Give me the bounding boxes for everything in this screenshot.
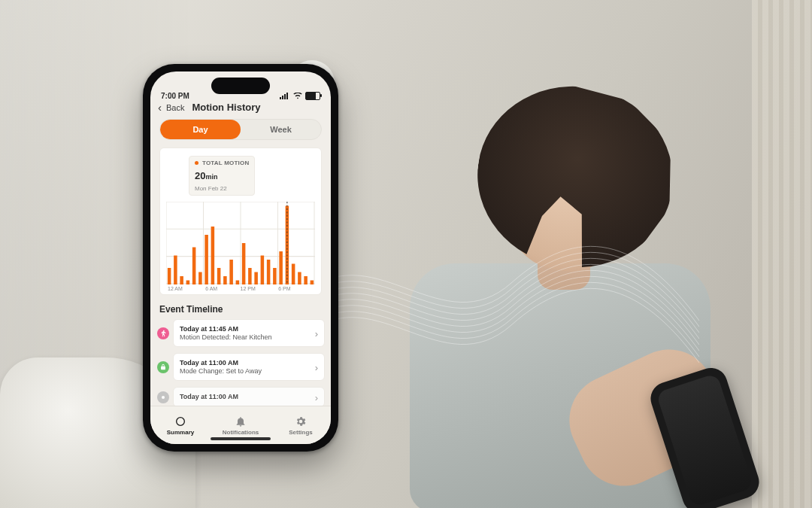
svg-rect-13 <box>192 248 196 285</box>
chevron-right-icon: › <box>315 361 318 373</box>
svg-rect-30 <box>298 272 301 285</box>
promo-scene: 7:00 PM ‹ Back Motion History Day Week <box>0 0 812 508</box>
timeline-item[interactable]: Today at 11:45 AM Motion Detected: Near … <box>173 319 325 347</box>
signal-icon <box>280 93 290 99</box>
event-time: Today at 11:45 AM <box>180 325 272 333</box>
svg-rect-32 <box>311 281 314 285</box>
svg-rect-17 <box>217 268 221 284</box>
tab-notifications-label: Notifications <box>223 429 259 436</box>
svg-rect-22 <box>248 268 252 284</box>
svg-rect-19 <box>229 260 233 284</box>
xtick-12am: 12 AM <box>168 286 183 291</box>
svg-rect-12 <box>186 281 190 285</box>
svg-rect-18 <box>223 276 227 284</box>
page-title: Motion History <box>192 102 260 113</box>
svg-rect-9 <box>168 268 171 284</box>
svg-rect-25 <box>267 260 271 284</box>
svg-point-36 <box>177 417 185 425</box>
phone-notch <box>211 78 270 94</box>
svg-point-34 <box>163 330 165 331</box>
chart-x-ticks: 12 AM 6 AM 12 PM 6 PM <box>166 284 315 291</box>
segment-day[interactable]: Day <box>160 120 241 139</box>
lock-icon <box>157 361 169 373</box>
wifi-icon <box>293 93 302 99</box>
svg-rect-23 <box>254 272 258 285</box>
event-desc: Mode Change: Set to Away <box>180 367 262 375</box>
svg-rect-11 <box>180 276 183 284</box>
motion-bar-chart[interactable] <box>166 202 315 284</box>
svg-rect-29 <box>292 264 295 285</box>
event-timeline-title: Event Timeline <box>159 304 322 315</box>
svg-rect-10 <box>174 256 177 285</box>
svg-rect-16 <box>211 227 215 284</box>
legend-value: 20 <box>195 170 205 181</box>
legend-dot-icon <box>195 161 198 165</box>
phone-mockup: 7:00 PM ‹ Back Motion History Day Week <box>143 64 338 452</box>
person-illustration <box>376 45 767 508</box>
app-screen: 7:00 PM ‹ Back Motion History Day Week <box>150 71 331 444</box>
svg-point-35 <box>162 395 165 398</box>
tab-settings-label: Settings <box>289 429 313 436</box>
motion-chart-card: TOTAL MOTION 20min Mon Feb 22 <box>159 148 322 295</box>
svg-rect-20 <box>236 281 240 285</box>
event-timeline: Today at 11:45 AM Motion Detected: Near … <box>156 319 325 406</box>
event-time: Today at 11:00 AM <box>180 359 262 367</box>
tab-settings[interactable]: Settings <box>271 406 331 444</box>
legend-date: Mon Feb 22 <box>195 185 227 192</box>
svg-rect-26 <box>273 268 277 284</box>
segment-week[interactable]: Week <box>241 120 321 139</box>
bell-icon <box>235 415 247 427</box>
status-right <box>280 92 320 100</box>
summary-icon <box>174 415 186 427</box>
back-chevron-icon[interactable]: ‹ <box>158 102 162 113</box>
chart-legend: TOTAL MOTION 20min Mon Feb 22 <box>189 156 255 196</box>
xtick-6pm: 6 PM <box>278 286 290 291</box>
status-time: 7:00 PM <box>161 92 189 100</box>
battery-icon <box>305 92 320 100</box>
timeline-item[interactable]: Today at 11:00 AM › <box>173 387 325 406</box>
range-segmented-control[interactable]: Day Week <box>159 119 322 140</box>
tab-summary[interactable]: Summary <box>150 406 211 444</box>
tab-summary-label: Summary <box>167 429 194 436</box>
xtick-12pm: 12 PM <box>241 286 256 291</box>
svg-rect-21 <box>242 243 246 284</box>
svg-rect-31 <box>304 276 308 284</box>
chevron-right-icon: › <box>315 327 318 339</box>
svg-rect-27 <box>279 251 283 284</box>
event-desc: Motion Detected: Near Kitchen <box>180 333 272 341</box>
tab-bar: Summary Notifications Settings <box>150 406 331 444</box>
motion-icon <box>157 327 169 339</box>
legend-label: TOTAL MOTION <box>202 160 249 166</box>
svg-rect-24 <box>261 256 265 285</box>
timeline-item[interactable]: Today at 11:00 AM Mode Change: Set to Aw… <box>173 353 325 381</box>
screen-content: 7:00 PM ‹ Back Motion History Day Week <box>150 71 331 406</box>
home-indicator <box>211 437 271 440</box>
svg-rect-15 <box>205 235 208 284</box>
gear-icon <box>295 415 307 427</box>
svg-rect-14 <box>198 272 202 285</box>
xtick-6am: 6 AM <box>205 286 217 291</box>
event-time: Today at 11:00 AM <box>180 393 238 400</box>
nav-bar: ‹ Back Motion History <box>150 100 331 119</box>
event-icon <box>157 391 169 403</box>
chevron-right-icon: › <box>315 391 318 403</box>
legend-unit: min <box>205 173 217 181</box>
back-button[interactable]: Back <box>166 103 184 112</box>
